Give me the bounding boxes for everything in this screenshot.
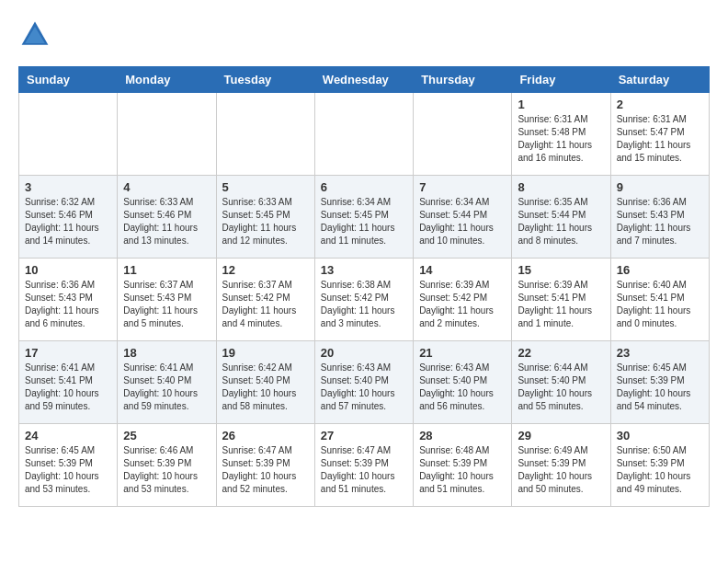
calendar-cell: 6Sunrise: 6:34 AM Sunset: 5:45 PM Daylig… [314,176,413,259]
day-info: Sunrise: 6:49 AM Sunset: 5:39 PM Dayligh… [518,444,604,496]
calendar-cell: 28Sunrise: 6:48 AM Sunset: 5:39 PM Dayli… [414,424,512,507]
day-number: 4 [123,180,210,194]
day-info: Sunrise: 6:47 AM Sunset: 5:39 PM Dayligh… [321,444,407,496]
calendar-cell: 2Sunrise: 6:31 AM Sunset: 5:47 PM Daylig… [610,93,709,176]
calendar-cell: 17Sunrise: 6:41 AM Sunset: 5:41 PM Dayli… [19,341,118,424]
weekday-header-row: SundayMondayTuesdayWednesdayThursdayFrid… [19,67,710,93]
day-info: Sunrise: 6:36 AM Sunset: 5:43 PM Dayligh… [617,196,703,247]
day-info: Sunrise: 6:39 AM Sunset: 5:41 PM Dayligh… [518,279,604,330]
day-number: 1 [518,98,604,111]
logo-icon [18,18,51,52]
weekday-header-sunday: Sunday [19,67,118,93]
calendar-cell: 11Sunrise: 6:37 AM Sunset: 5:43 PM Dayli… [118,259,216,341]
day-number: 14 [419,263,506,277]
week-row-4: 17Sunrise: 6:41 AM Sunset: 5:41 PM Dayli… [19,341,710,424]
day-number: 12 [222,263,309,277]
calendar-cell: 3Sunrise: 6:32 AM Sunset: 5:46 PM Daylig… [19,176,118,259]
calendar-cell: 1Sunrise: 6:31 AM Sunset: 5:48 PM Daylig… [512,93,610,176]
day-info: Sunrise: 6:43 AM Sunset: 5:40 PM Dayligh… [419,362,506,413]
calendar-cell: 25Sunrise: 6:46 AM Sunset: 5:39 PM Dayli… [118,424,216,507]
day-info: Sunrise: 6:45 AM Sunset: 5:39 PM Dayligh… [25,444,111,496]
day-number: 17 [25,346,111,360]
calendar-cell: 26Sunrise: 6:47 AM Sunset: 5:39 PM Dayli… [216,424,314,507]
day-info: Sunrise: 6:41 AM Sunset: 5:40 PM Dayligh… [123,362,210,413]
day-number: 24 [25,429,111,442]
weekday-header-wednesday: Wednesday [314,67,413,93]
calendar-cell: 5Sunrise: 6:33 AM Sunset: 5:45 PM Daylig… [216,176,314,259]
day-info: Sunrise: 6:40 AM Sunset: 5:41 PM Dayligh… [617,279,703,330]
calendar-cell: 19Sunrise: 6:42 AM Sunset: 5:40 PM Dayli… [216,341,314,424]
day-number: 5 [222,180,309,194]
calendar-cell: 21Sunrise: 6:43 AM Sunset: 5:40 PM Dayli… [414,341,512,424]
weekday-header-tuesday: Tuesday [216,67,314,93]
header [18,18,710,52]
day-number: 9 [617,180,703,194]
day-info: Sunrise: 6:50 AM Sunset: 5:39 PM Dayligh… [617,444,703,496]
calendar-cell [216,93,314,176]
day-info: Sunrise: 6:31 AM Sunset: 5:48 PM Dayligh… [518,113,604,165]
logo [18,18,57,52]
day-info: Sunrise: 6:37 AM Sunset: 5:43 PM Dayligh… [123,279,210,330]
calendar-cell: 4Sunrise: 6:33 AM Sunset: 5:46 PM Daylig… [118,176,216,259]
calendar-cell: 12Sunrise: 6:37 AM Sunset: 5:42 PM Dayli… [216,259,314,341]
day-number: 30 [617,429,703,442]
day-number: 7 [419,180,506,194]
calendar-cell: 22Sunrise: 6:44 AM Sunset: 5:40 PM Dayli… [512,341,610,424]
calendar-cell: 14Sunrise: 6:39 AM Sunset: 5:42 PM Dayli… [414,259,512,341]
week-row-5: 24Sunrise: 6:45 AM Sunset: 5:39 PM Dayli… [19,424,710,507]
weekday-header-monday: Monday [118,67,216,93]
day-info: Sunrise: 6:33 AM Sunset: 5:46 PM Dayligh… [123,196,210,247]
day-number: 15 [518,263,604,277]
day-info: Sunrise: 6:48 AM Sunset: 5:39 PM Dayligh… [419,444,506,496]
day-info: Sunrise: 6:47 AM Sunset: 5:39 PM Dayligh… [222,444,309,496]
calendar-cell: 23Sunrise: 6:45 AM Sunset: 5:39 PM Dayli… [610,341,709,424]
day-info: Sunrise: 6:32 AM Sunset: 5:46 PM Dayligh… [25,196,111,247]
calendar-cell [118,93,216,176]
day-info: Sunrise: 6:37 AM Sunset: 5:42 PM Dayligh… [222,279,309,330]
day-info: Sunrise: 6:39 AM Sunset: 5:42 PM Dayligh… [419,279,506,330]
calendar-cell: 27Sunrise: 6:47 AM Sunset: 5:39 PM Dayli… [314,424,413,507]
day-info: Sunrise: 6:33 AM Sunset: 5:45 PM Dayligh… [222,196,309,247]
day-number: 21 [419,346,506,360]
calendar-cell: 7Sunrise: 6:34 AM Sunset: 5:44 PM Daylig… [414,176,512,259]
calendar-cell: 9Sunrise: 6:36 AM Sunset: 5:43 PM Daylig… [610,176,709,259]
day-number: 13 [321,263,407,277]
day-number: 20 [321,346,407,360]
day-number: 26 [222,429,309,442]
weekday-header-friday: Friday [512,67,610,93]
day-number: 23 [617,346,703,360]
day-number: 16 [617,263,703,277]
calendar-cell: 30Sunrise: 6:50 AM Sunset: 5:39 PM Dayli… [610,424,709,507]
day-info: Sunrise: 6:41 AM Sunset: 5:41 PM Dayligh… [25,362,111,413]
day-info: Sunrise: 6:44 AM Sunset: 5:40 PM Dayligh… [518,362,604,413]
day-number: 29 [518,429,604,442]
week-row-3: 10Sunrise: 6:36 AM Sunset: 5:43 PM Dayli… [19,259,710,341]
day-number: 18 [123,346,210,360]
calendar-cell: 15Sunrise: 6:39 AM Sunset: 5:41 PM Dayli… [512,259,610,341]
day-number: 6 [321,180,407,194]
weekday-header-thursday: Thursday [414,67,512,93]
calendar-cell: 29Sunrise: 6:49 AM Sunset: 5:39 PM Dayli… [512,424,610,507]
calendar-cell [19,93,118,176]
day-info: Sunrise: 6:43 AM Sunset: 5:40 PM Dayligh… [321,362,407,413]
day-info: Sunrise: 6:35 AM Sunset: 5:44 PM Dayligh… [518,196,604,247]
weekday-header-saturday: Saturday [610,67,709,93]
calendar-cell: 16Sunrise: 6:40 AM Sunset: 5:41 PM Dayli… [610,259,709,341]
week-row-1: 1Sunrise: 6:31 AM Sunset: 5:48 PM Daylig… [19,93,710,176]
calendar-cell: 18Sunrise: 6:41 AM Sunset: 5:40 PM Dayli… [118,341,216,424]
calendar-cell: 20Sunrise: 6:43 AM Sunset: 5:40 PM Dayli… [314,341,413,424]
day-info: Sunrise: 6:34 AM Sunset: 5:45 PM Dayligh… [321,196,407,247]
calendar-cell [314,93,413,176]
day-number: 3 [25,180,111,194]
day-number: 2 [617,98,703,111]
day-number: 22 [518,346,604,360]
calendar-cell: 10Sunrise: 6:36 AM Sunset: 5:43 PM Dayli… [19,259,118,341]
calendar-cell: 8Sunrise: 6:35 AM Sunset: 5:44 PM Daylig… [512,176,610,259]
day-number: 10 [25,263,111,277]
calendar-table: SundayMondayTuesdayWednesdayThursdayFrid… [18,66,710,507]
day-number: 8 [518,180,604,194]
day-info: Sunrise: 6:31 AM Sunset: 5:47 PM Dayligh… [617,113,703,165]
calendar-cell: 24Sunrise: 6:45 AM Sunset: 5:39 PM Dayli… [19,424,118,507]
day-number: 19 [222,346,309,360]
day-number: 11 [123,263,210,277]
